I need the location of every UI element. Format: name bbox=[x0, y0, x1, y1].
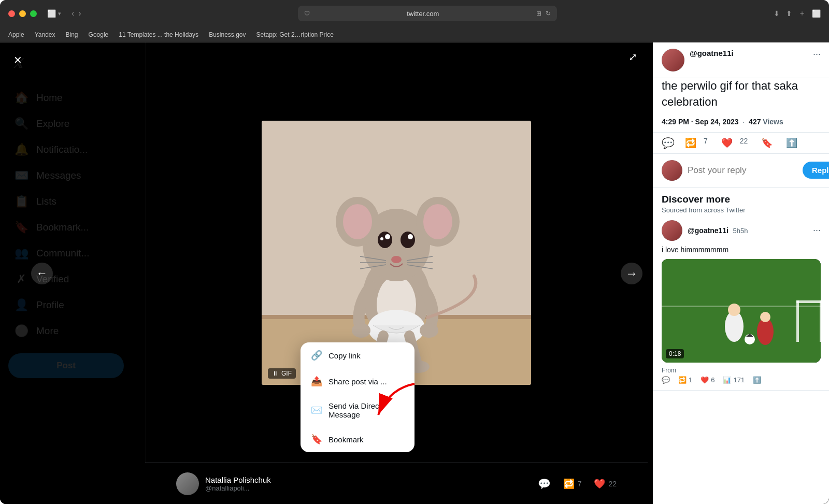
sidebar-toggle[interactable]: ⬜▾ bbox=[47, 9, 61, 18]
bookmark-label: Bookmark bbox=[328, 435, 364, 444]
comment-icon: 💬 bbox=[538, 478, 551, 490]
context-menu-share-post[interactable]: 📤 Share post via ... bbox=[301, 368, 414, 394]
rp-tweet-header: @goatne11i ··· bbox=[653, 42, 829, 78]
svg-point-10 bbox=[423, 204, 452, 239]
bottom-user-avatar bbox=[176, 472, 199, 495]
context-menu-direct-message[interactable]: ✉️ Send via Direct Message bbox=[301, 394, 414, 426]
dt-avatar bbox=[662, 220, 682, 241]
dt-comment-icon: 💬 bbox=[662, 376, 670, 384]
pause-icon[interactable]: ⏸ bbox=[272, 370, 278, 377]
context-menu-copy-link[interactable]: 🔗 Copy link bbox=[301, 342, 414, 368]
soccer-svg bbox=[662, 259, 821, 363]
share-post-label: Share post via ... bbox=[328, 377, 387, 386]
modal-nav-prev[interactable]: ← bbox=[31, 263, 53, 284]
browser-window: ⬜▾ ‹ › 🛡 twitter.com ⊞ ↻ ⬇ ⬆ ＋ ⬜ Apple Y… bbox=[0, 0, 829, 504]
dt-retweet-icon: 🔁 bbox=[678, 376, 687, 384]
bottom-action-bar: Natallia Polishchuk @natalliapoli... 💬 🔁… bbox=[145, 463, 648, 504]
lock-icon: 🛡 bbox=[304, 10, 310, 17]
bottom-comment-action[interactable]: 💬 bbox=[538, 478, 551, 490]
dt-more-button[interactable]: ··· bbox=[813, 225, 821, 236]
rp-retweet-action[interactable]: 🔁 bbox=[685, 137, 696, 149]
copy-link-label: Copy link bbox=[328, 351, 361, 360]
dt-views-icon: 📊 bbox=[723, 376, 731, 384]
address-bar-wrap: 🛡 twitter.com ⊞ ↻ bbox=[88, 6, 767, 21]
rp-tweet-text: the perwilo gif for that saka celebratio… bbox=[653, 78, 829, 114]
like-icon: ❤️ bbox=[594, 478, 605, 489]
svg-point-31 bbox=[728, 304, 740, 316]
rp-share-action[interactable]: ⬆️ bbox=[786, 137, 797, 149]
bookmark-yandex[interactable]: Yandex bbox=[35, 31, 55, 38]
svg-point-33 bbox=[760, 312, 770, 322]
rp-bookmark-action[interactable]: 🔖 bbox=[761, 137, 773, 149]
context-menu-bookmark[interactable]: 🔖 Bookmark bbox=[301, 426, 414, 452]
dt-video-thumbnail[interactable]: 0:18 bbox=[662, 259, 821, 363]
bookmark-bing[interactable]: Bing bbox=[66, 31, 78, 38]
modal-close-button[interactable]: ✕ bbox=[8, 51, 27, 69]
dt-time: 5h bbox=[733, 227, 740, 235]
url-text: twitter.com bbox=[314, 10, 532, 18]
dt-user-info: @goatne11i 5h5h bbox=[688, 226, 808, 235]
dt-like-icon: ❤️ bbox=[701, 376, 709, 384]
rp-retweet-count: 7 bbox=[704, 137, 708, 149]
share-icon[interactable]: ⬆ bbox=[786, 9, 792, 18]
dt-header: @goatne11i 5h5h ··· bbox=[662, 220, 821, 241]
titlebar: ⬜▾ ‹ › 🛡 twitter.com ⊞ ↻ ⬇ ⬆ ＋ ⬜ bbox=[0, 0, 829, 27]
add-tab-icon[interactable]: ＋ bbox=[798, 9, 806, 18]
reload-icon[interactable]: ↻ bbox=[546, 10, 551, 17]
bookmark-setapp[interactable]: Setapp: Get 2…ription Price bbox=[256, 31, 334, 38]
forward-button[interactable]: › bbox=[78, 9, 81, 18]
back-button[interactable]: ‹ bbox=[72, 9, 74, 18]
tab-overview-icon[interactable]: ⬜ bbox=[812, 9, 821, 18]
svg-point-12 bbox=[401, 232, 415, 248]
discover-title: Discover more bbox=[662, 194, 821, 205]
bottom-retweet-action[interactable]: 🔁 7 bbox=[563, 478, 582, 489]
modal-expand-button[interactable]: ⤢ bbox=[628, 51, 637, 63]
bookmark-business[interactable]: Business.gov bbox=[209, 31, 246, 38]
dt-views-count: 171 bbox=[733, 376, 745, 384]
maximize-button[interactable] bbox=[30, 10, 37, 17]
dt-comment-action[interactable]: 💬 bbox=[662, 376, 670, 384]
like-count: 22 bbox=[608, 480, 617, 488]
dt-like-count: 6 bbox=[711, 376, 714, 384]
svg-point-16 bbox=[391, 256, 402, 263]
traffic-lights bbox=[8, 10, 37, 17]
gif-label: ⏸ GIF bbox=[268, 368, 296, 379]
dt-retweet-count: 1 bbox=[689, 376, 692, 384]
bookmark-google[interactable]: Google bbox=[89, 31, 109, 38]
dt-retweet-action[interactable]: 🔁 1 bbox=[678, 376, 692, 384]
retweet-icon: 🔁 bbox=[563, 478, 575, 489]
gif-tag: GIF bbox=[281, 370, 292, 377]
svg-point-24 bbox=[420, 323, 438, 338]
rp-reply-avatar bbox=[662, 160, 682, 181]
rp-views-count: 427 bbox=[749, 118, 761, 126]
svg-rect-35 bbox=[796, 300, 799, 342]
dt-like-action[interactable]: ❤️ 6 bbox=[701, 376, 714, 384]
discover-section: Discover more Sourced from across Twitte… bbox=[653, 188, 829, 391]
dt-username[interactable]: @goatne11i bbox=[688, 226, 728, 235]
modal-nav-next[interactable]: → bbox=[621, 263, 642, 284]
close-button[interactable] bbox=[8, 10, 15, 17]
rp-reply-area: Reply bbox=[653, 154, 829, 188]
dt-share-action[interactable]: ⬆️ bbox=[753, 376, 761, 384]
svg-point-13 bbox=[385, 234, 390, 239]
rp-like-action[interactable]: ❤️ bbox=[721, 137, 733, 149]
dt-tweet-text: i love himmmmmmm bbox=[662, 245, 821, 255]
discover-subtitle: Sourced from across Twitter bbox=[662, 206, 821, 214]
reader-icon[interactable]: ⊞ bbox=[536, 10, 541, 17]
rp-reply-input[interactable] bbox=[688, 165, 797, 176]
address-bar[interactable]: 🛡 twitter.com ⊞ ↻ bbox=[298, 6, 557, 21]
dm-label: Send via Direct Message bbox=[328, 401, 404, 419]
minimize-button[interactable] bbox=[19, 10, 26, 17]
rp-username[interactable]: @goatne11i bbox=[690, 49, 813, 57]
rp-comment-action[interactable]: 💬 bbox=[662, 137, 675, 149]
bookmark-templates[interactable]: 11 Templates ... the Holidays bbox=[119, 31, 198, 38]
bookmark-apple[interactable]: Apple bbox=[8, 31, 24, 38]
rp-reply-button[interactable]: Reply bbox=[803, 162, 829, 179]
dt-views-action[interactable]: 📊 171 bbox=[723, 376, 745, 384]
rp-more-button[interactable]: ··· bbox=[813, 49, 821, 60]
share-post-icon: 📤 bbox=[311, 376, 322, 387]
download-icon[interactable]: ⬇ bbox=[774, 9, 780, 18]
bottom-like-action[interactable]: ❤️ 22 bbox=[594, 478, 617, 489]
dm-icon: ✉️ bbox=[311, 405, 322, 416]
dt-video-duration: 0:18 bbox=[666, 349, 684, 358]
